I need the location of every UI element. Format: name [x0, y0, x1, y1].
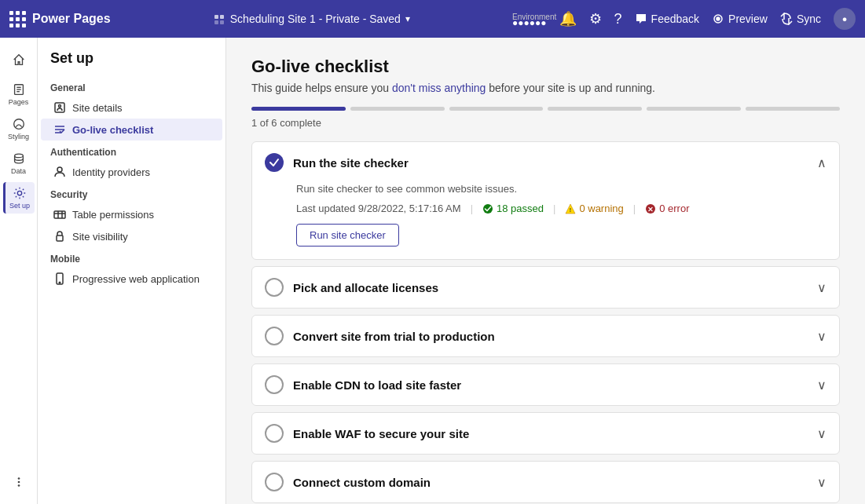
svg-text:✕: ✕: [647, 205, 654, 213]
checklist-header-cdn[interactable]: Enable CDN to load site faster ∨: [252, 364, 839, 405]
svg-rect-21: [54, 211, 65, 218]
rail-item-setup[interactable]: Set up: [3, 182, 35, 214]
check-icon-site-checker: [265, 153, 284, 172]
rail-item-home[interactable]: [3, 44, 35, 75]
status-error: ✕ 0 error: [645, 203, 689, 214]
notification-bell[interactable]: 🔔: [559, 10, 577, 27]
top-navigation: Power Pages Scheduling Site 1 - Private …: [0, 0, 865, 38]
rail-setup-label: Set up: [9, 202, 30, 210]
circle-empty-domain: [265, 473, 284, 491]
site-checker-expanded: Run site checker to see common website i…: [252, 183, 839, 259]
sync-button[interactable]: Sync: [780, 13, 821, 25]
feedback-button[interactable]: Feedback: [635, 13, 699, 25]
sidebar-label-site-visibility: Site visibility: [72, 231, 128, 243]
sidebar-item-site-visibility[interactable]: Site visibility: [41, 225, 222, 247]
sidebar-item-pwa[interactable]: Progressive web application: [41, 268, 222, 290]
svg-rect-3: [220, 20, 224, 24]
chevron-down-convert: ∨: [817, 329, 827, 344]
sidebar-label-identity: Identity providers: [72, 166, 150, 178]
rail-more[interactable]: [3, 466, 35, 498]
user-avatar[interactable]: ●: [834, 8, 856, 30]
progress-seg-3: [449, 107, 544, 111]
waffle-menu[interactable]: [9, 11, 32, 27]
checklist-title-convert: Convert site from trial to production: [293, 330, 808, 343]
circle-empty-cdn: [265, 375, 284, 394]
checklist-title-domain: Connect custom domain: [293, 476, 808, 489]
checker-status-row: Last updated 9/28/2022, 5:17:16 AM | 18 …: [296, 203, 827, 214]
site-info[interactable]: Scheduling Site 1 - Private - Saved ▾: [213, 13, 410, 25]
sidebar-item-identity-providers[interactable]: Identity providers: [41, 161, 222, 183]
svg-point-10: [13, 119, 24, 130]
svg-rect-25: [57, 236, 63, 241]
checklist-item-site-checker: Run the site checker ∧ Run site checker …: [251, 141, 840, 260]
checklist-item-convert: Convert site from trial to production ∨: [251, 315, 840, 357]
checklist-item-domain: Connect custom domain ∨: [251, 461, 840, 503]
progress-seg-5: [647, 107, 741, 111]
chevron-down-cdn: ∨: [817, 378, 827, 393]
checklist-header-licenses[interactable]: Pick and allocate licenses ∨: [252, 267, 839, 308]
app-logo: Power Pages: [32, 12, 111, 26]
sidebar-item-table-permissions[interactable]: Table permissions: [41, 203, 222, 225]
sidebar-label-site-details: Site details: [72, 102, 123, 114]
sidebar-section-mobile: Mobile: [38, 247, 225, 268]
subtitle-link[interactable]: don't miss anything: [392, 82, 486, 94]
rail-styling-label: Styling: [8, 133, 29, 141]
environment-selector[interactable]: Environment ●●●●●●: [512, 9, 547, 28]
progress-seg-1: [251, 107, 346, 111]
sidebar-label-go-live: Go-live checklist: [72, 124, 153, 136]
sidebar-section-general: General: [38, 76, 225, 97]
progress-seg-4: [548, 107, 642, 111]
chevron-down-waf: ∨: [817, 426, 827, 441]
svg-point-17: [59, 105, 61, 108]
progress-seg-6: [746, 107, 840, 111]
svg-point-15: [17, 484, 20, 487]
site-info-chevron[interactable]: ▾: [405, 13, 410, 24]
svg-point-13: [17, 477, 20, 480]
checklist-title-waf: Enable WAF to secure your site: [293, 427, 808, 440]
checklist-header-waf[interactable]: Enable WAF to secure your site ∨: [252, 413, 839, 454]
sidebar-label-table-perms: Table permissions: [72, 209, 154, 221]
rail-item-data[interactable]: Data: [3, 148, 35, 179]
checklist-item-cdn: Enable CDN to load site faster ∨: [251, 363, 840, 406]
rail-data-label: Data: [11, 167, 26, 175]
checklist: Run the site checker ∧ Run site checker …: [251, 141, 840, 503]
svg-rect-2: [214, 20, 218, 24]
rail-item-pages[interactable]: Pages: [3, 79, 35, 110]
progress-bar: [251, 107, 840, 111]
checklist-header-site-checker[interactable]: Run the site checker ∧: [252, 142, 839, 183]
svg-point-27: [59, 282, 60, 283]
svg-point-12: [17, 191, 21, 195]
checklist-title-site-checker: Run the site checker: [293, 156, 808, 170]
svg-point-11: [14, 154, 23, 158]
svg-rect-1: [220, 15, 224, 19]
checklist-header-convert[interactable]: Convert site from trial to production ∨: [252, 316, 839, 356]
page-title: Go-live checklist: [251, 57, 840, 77]
sidebar-item-site-details[interactable]: Site details: [41, 97, 222, 119]
chevron-down-licenses: ∨: [817, 280, 827, 295]
icon-rail: Pages Styling Data Set up: [0, 38, 38, 504]
checklist-header-domain[interactable]: Connect custom domain ∨: [252, 462, 839, 502]
site-info-text: Scheduling Site 1 - Private - Saved: [230, 13, 401, 25]
svg-rect-0: [214, 15, 218, 19]
sidebar-label-pwa: Progressive web application: [72, 273, 200, 285]
sidebar-section-auth: Authentication: [38, 141, 225, 161]
run-site-checker-button[interactable]: Run site checker: [296, 224, 399, 247]
chevron-up-icon: ∧: [817, 155, 827, 170]
status-warning: ! 0 warning: [565, 203, 623, 214]
checklist-item-waf: Enable WAF to secure your site ∨: [251, 412, 840, 455]
sidebar-item-go-live-checklist[interactable]: Go-live checklist: [41, 119, 222, 141]
site-checker-desc: Run site checker to see common website i…: [296, 183, 827, 195]
preview-button[interactable]: Preview: [712, 13, 768, 25]
checklist-title-licenses: Pick and allocate licenses: [293, 281, 808, 294]
circle-empty-waf: [265, 424, 284, 443]
circle-empty-convert: [265, 327, 284, 345]
rail-item-styling[interactable]: Styling: [3, 113, 35, 144]
sidebar-title: Set up: [38, 50, 225, 76]
progress-label: 1 of 6 complete: [251, 117, 840, 129]
settings-button[interactable]: ⚙: [589, 10, 602, 27]
sidebar: Set up General Site details Go-live chec…: [38, 38, 226, 504]
svg-point-14: [17, 481, 20, 484]
help-button[interactable]: ?: [614, 11, 622, 27]
progress-seg-2: [350, 107, 445, 111]
svg-text:!: !: [570, 206, 571, 212]
